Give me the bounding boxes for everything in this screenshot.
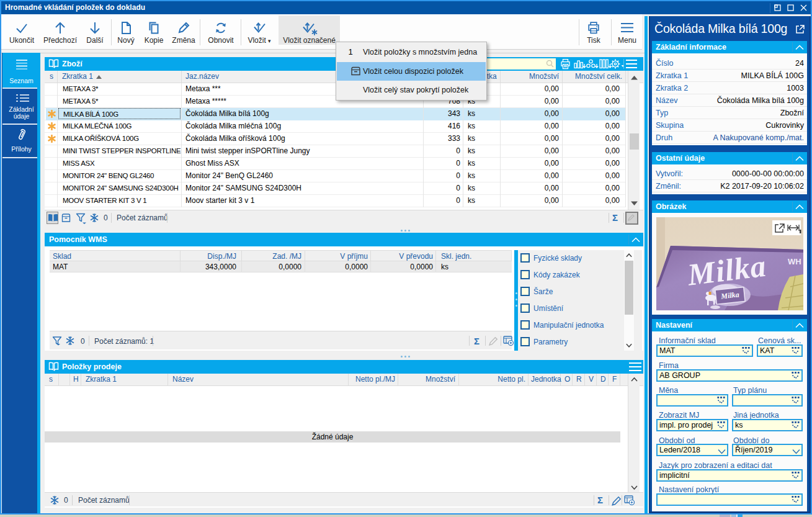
svg-text:WH: WH	[788, 257, 801, 266]
